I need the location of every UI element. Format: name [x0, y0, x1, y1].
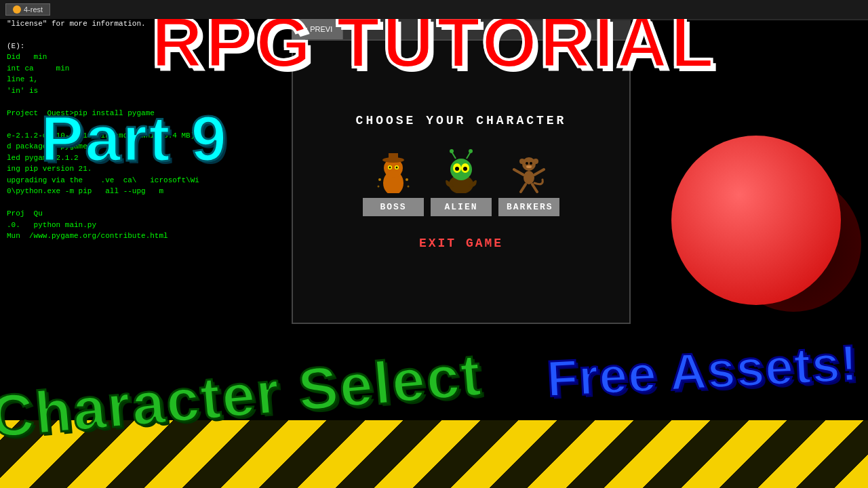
- svg-point-25: [526, 162, 528, 165]
- boss-button[interactable]: BOSS: [363, 198, 424, 216]
- exit-game-button[interactable]: EXIT GAME: [419, 237, 503, 250]
- svg-line-29: [514, 169, 524, 175]
- title-part9: Part 9: [41, 102, 228, 176]
- alien-sprite: [434, 148, 488, 195]
- svg-point-6: [389, 167, 391, 169]
- svg-line-30: [534, 169, 544, 175]
- taskbar-icon: [13, 5, 21, 14]
- taskbar: 4-rest: [0, 0, 868, 19]
- barkers-svg: [509, 149, 549, 193]
- svg-point-23: [519, 159, 525, 164]
- game-window: CHOOSE YOUR CHARACTER: [292, 39, 631, 324]
- title-free-assets: Free Assets!: [545, 333, 859, 408]
- svg-point-22: [522, 157, 536, 171]
- svg-point-19: [450, 149, 454, 153]
- svg-point-9: [406, 178, 408, 181]
- svg-line-31: [521, 184, 526, 192]
- taskbar-item-rest[interactable]: 4-rest: [5, 3, 50, 16]
- svg-point-8: [378, 178, 381, 181]
- alien-button[interactable]: ALIEN: [431, 198, 492, 216]
- svg-point-27: [526, 165, 532, 168]
- game-content: CHOOSE YOUR CHARACTER: [293, 41, 629, 323]
- svg-point-26: [530, 162, 532, 165]
- boss-svg: [373, 149, 414, 193]
- svg-point-10: [378, 186, 380, 188]
- character-barkers-card[interactable]: BARKERS: [498, 148, 559, 216]
- svg-rect-3: [389, 153, 398, 161]
- boss-sprite: [366, 148, 420, 195]
- svg-point-11: [408, 186, 410, 188]
- choose-character-heading: CHOOSE YOUR CHARACTER: [356, 114, 567, 127]
- barkers-button[interactable]: BARKERS: [498, 198, 559, 216]
- characters-row: BOSS: [363, 148, 559, 216]
- taskbar-label: 4-rest: [24, 5, 43, 14]
- svg-point-28: [524, 171, 534, 184]
- svg-point-16: [455, 167, 459, 171]
- svg-point-7: [396, 167, 398, 169]
- svg-point-21: [469, 149, 473, 153]
- svg-point-24: [533, 159, 538, 164]
- character-boss-card[interactable]: BOSS: [363, 148, 424, 216]
- alien-svg: [441, 149, 481, 193]
- svg-point-17: [463, 167, 467, 171]
- barkers-sprite: [502, 148, 556, 195]
- svg-line-32: [532, 184, 537, 192]
- character-alien-card[interactable]: ALIEN: [431, 148, 492, 216]
- mascot-head: [671, 136, 841, 305]
